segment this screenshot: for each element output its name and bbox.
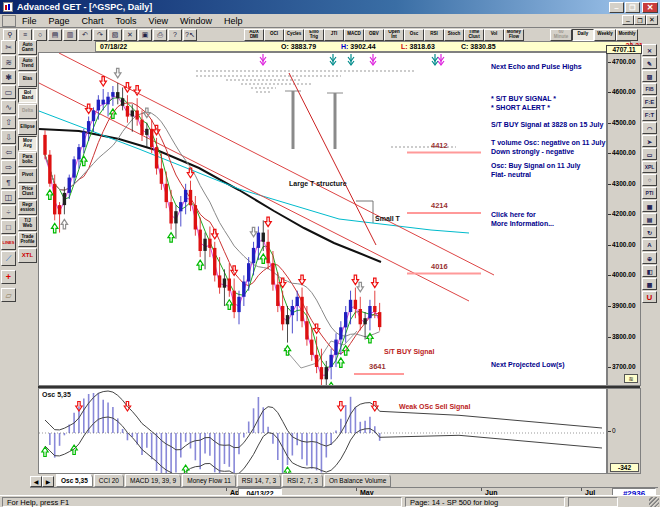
menu-chart[interactable]: Chart (76, 15, 110, 27)
resize-grip[interactable] (649, 497, 659, 507)
u-button[interactable]: U (642, 291, 657, 303)
box-tool[interactable]: □ (1, 220, 16, 234)
menu-tools[interactable]: Tools (110, 15, 143, 27)
mob-tool[interactable]: ➤ (642, 135, 657, 147)
menu-file[interactable]: File (16, 15, 43, 27)
oscillator-panel[interactable]: Osc 5,35Weak OSc Sell Signal (38, 388, 607, 474)
pti-button[interactable]: PTI (642, 187, 657, 199)
tool-xtl[interactable]: XTL (18, 248, 37, 263)
tool-ellipse[interactable]: Ellipse (18, 120, 37, 135)
rectangle-tool[interactable]: ▭ (642, 148, 657, 160)
open-chart-button[interactable]: ▥ (63, 29, 77, 41)
send-chart-tool[interactable]: ▱ (1, 288, 16, 302)
pencil-tool[interactable]: ✎ (642, 57, 657, 69)
gann-fan-tool[interactable]: ◠ (642, 122, 657, 134)
study-cycles[interactable]: Cycles (284, 29, 304, 41)
lines-tool[interactable]: LINES (1, 235, 16, 250)
magnify-tool[interactable]: ⊕ (642, 252, 657, 264)
refresh-tool[interactable]: ↻ (642, 226, 657, 238)
arrow-up-tool[interactable]: ⇧ (1, 115, 16, 129)
annotation[interactable]: Click here for (491, 211, 536, 218)
find-button[interactable]: ○ (33, 29, 47, 41)
axis-settings-icon[interactable]: ≋ (624, 374, 638, 383)
timeframe-daily[interactable]: Daily (572, 29, 594, 41)
fib-extension-tool[interactable]: F:E (642, 96, 657, 108)
layout-tool[interactable]: ▩ (642, 278, 657, 290)
tab-rsi-2-7-3[interactable]: RSI 2, 7, 3 (282, 474, 323, 487)
menu-window[interactable]: Window (174, 15, 218, 27)
tab-money-flow-11[interactable]: Money Flow 11 (182, 474, 236, 487)
arrow-right-tool[interactable]: ⇨ (1, 160, 16, 174)
tool-bol-band[interactable]: Bol Band (18, 88, 37, 103)
elliott-tool[interactable]: ∿ (1, 100, 16, 114)
tool-t-j-web[interactable]: T/J Web (18, 216, 37, 231)
measure-tool[interactable]: ▭ (1, 85, 16, 99)
tab-scroll-right[interactable]: ▶ (42, 476, 54, 487)
delete-tool[interactable]: ✕ (642, 44, 657, 56)
timeframe-weekly[interactable]: Weekly (594, 29, 616, 41)
study-money-flow[interactable]: Money Flow (504, 29, 524, 41)
study-macd[interactable]: MACD (344, 29, 364, 41)
chart-window-icon[interactable] (2, 15, 16, 27)
fib-retrace-tool[interactable]: FIB (642, 83, 657, 95)
menu-help[interactable]: Help (218, 15, 249, 27)
mdi-close-button[interactable]: ✕ (646, 15, 658, 25)
tool-trade-profile[interactable]: Trade Profile (18, 232, 37, 247)
maximize-button[interactable]: ❐ (625, 2, 640, 13)
study-stoch[interactable]: Stoch (444, 29, 464, 41)
tool-mov-avg[interactable]: Mov Avg (18, 136, 37, 151)
tool-bias[interactable]: Bias (18, 72, 37, 87)
tool-pivot[interactable]: Pivot (18, 168, 37, 183)
divide-tool[interactable]: ÷ (1, 205, 16, 219)
study-adx-dmi[interactable]: ADX DMI (244, 29, 264, 41)
pin-button[interactable]: ⚲ (3, 29, 17, 41)
minimize-button[interactable]: – (609, 2, 624, 13)
timeframe-60-minute[interactable]: 60 Minute (550, 29, 572, 41)
study-oci[interactable]: OCI (264, 29, 284, 41)
price-chart[interactable]: 4412421440163641Next Echo and Pulse High… (39, 53, 606, 385)
annotation[interactable]: More Information... (491, 220, 554, 227)
tab-cci-20[interactable]: CCI 20 (94, 474, 124, 487)
color-tool[interactable]: ◧ (642, 265, 657, 277)
price-chart-panel[interactable]: 4412421440163641Next Echo and Pulse High… (38, 52, 607, 386)
mdi-restore-button[interactable]: ❐ (634, 15, 646, 25)
new-chart-button[interactable]: ▤ (48, 29, 62, 41)
scribble-tool[interactable]: ≋ (1, 55, 16, 69)
price-axis[interactable]: 4700.004600.004500.004400.004300.004200.… (607, 52, 641, 386)
cross-tool[interactable]: + (1, 270, 16, 284)
mdi-minimize-button[interactable]: – (622, 15, 634, 25)
tool-auto-gann[interactable]: Auto Gann (18, 40, 37, 55)
timeframe-monthly[interactable]: Monthly (616, 29, 638, 41)
trendline-tool[interactable]: ⟋ (1, 251, 16, 266)
print-button[interactable]: ⎙ (153, 29, 167, 41)
notes-button[interactable]: ≡ (18, 29, 32, 41)
menu-view[interactable]: View (143, 15, 174, 27)
reload-back-button[interactable]: ↶ (78, 29, 92, 41)
tool-price-clust[interactable]: Price Clust (18, 184, 37, 199)
tool-auto-trend[interactable]: Auto Trend (18, 56, 37, 71)
text-annotation-tool[interactable]: A (642, 239, 657, 251)
text-tool[interactable]: ¶ (1, 175, 16, 189)
help-button[interactable]: ? (168, 29, 182, 41)
tab-scroll-left[interactable]: ◀ (30, 476, 42, 487)
reload-forward-button[interactable]: ↷ (93, 29, 107, 41)
study-ellio-trig[interactable]: Ellio Trig (304, 29, 324, 41)
export-button[interactable]: ▧ (108, 29, 122, 41)
study-time-clust[interactable]: Time Clust (464, 29, 484, 41)
split-tool[interactable]: ◫ (1, 190, 16, 204)
context-help-button[interactable]: ?↖ (183, 29, 197, 41)
study-rsi[interactable]: RSI (424, 29, 444, 41)
quick-reset-tool[interactable]: ✱ (1, 70, 16, 84)
edit-button[interactable]: ▣ (138, 29, 152, 41)
tool-regr-ession[interactable]: Regr ession (18, 200, 37, 215)
profile-tool[interactable]: ▤ (642, 213, 657, 225)
study-vol[interactable]: Vol (484, 29, 504, 41)
arrow-left-tool[interactable]: ⇦ (1, 145, 16, 159)
zoom-out-tool[interactable]: ○ (642, 174, 657, 186)
arrow-down-tool[interactable]: ⇩ (1, 130, 16, 144)
delete-button[interactable]: ✕ (123, 29, 137, 41)
grid-tool[interactable]: ▦ (642, 200, 657, 212)
tab-rsi-14-7-3[interactable]: RSI 14, 7, 3 (237, 474, 281, 487)
tool-delta[interactable]: Delta (18, 104, 37, 119)
tab-on-balance-volume[interactable]: On Balance Volume (324, 474, 391, 487)
